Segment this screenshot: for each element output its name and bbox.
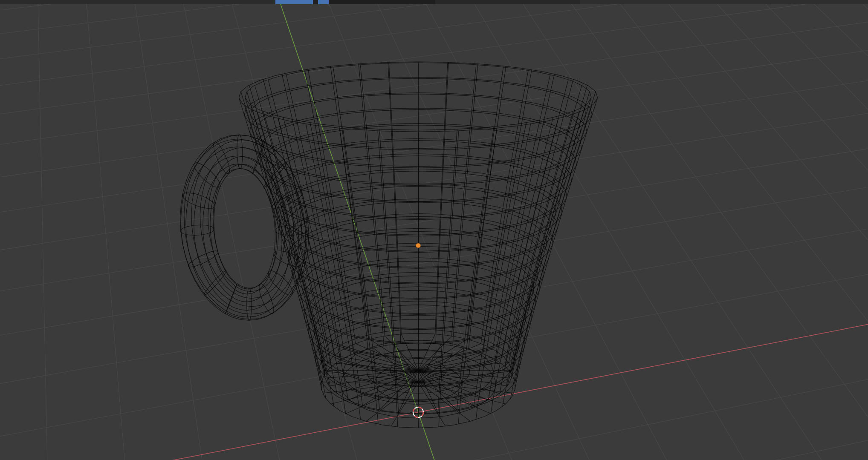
viewport-background [0,0,868,460]
topbar-mid-strip [435,0,580,4]
topbar-gap [313,0,318,4]
topbar-blue-tab[interactable] [275,0,313,4]
topbar-dark-strip [329,0,435,4]
blender-window [0,0,868,460]
topbar-right-strip [580,0,868,4]
viewport-3d[interactable] [0,0,868,460]
object-origin-dot[interactable] [416,243,421,248]
top-bar-sliver [0,0,868,4]
topbar-blue-small[interactable] [318,0,329,4]
topbar-left-strip [0,0,275,4]
